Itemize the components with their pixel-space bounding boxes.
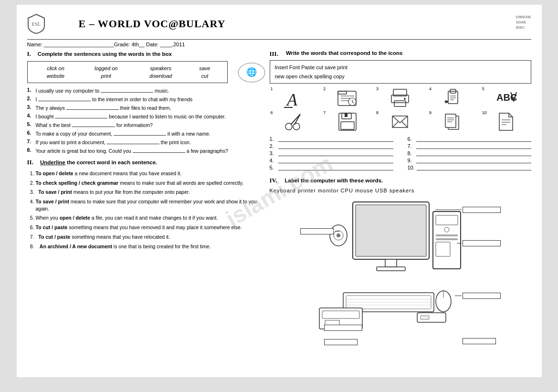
- icon-cell-8: 8: [375, 111, 425, 132]
- svg-point-25: [293, 123, 300, 130]
- svg-rect-30: [341, 122, 354, 129]
- section-iv-title: Label the computer with these words.: [285, 178, 383, 183]
- section-i-label: I.: [27, 50, 31, 58]
- printer-label-line: [324, 339, 358, 345]
- new-icon: [389, 111, 411, 132]
- list-item: 3. The y always their files to read them…: [27, 104, 261, 111]
- section-i: I. Complete the sentences using the word…: [27, 50, 261, 154]
- icon-cell-2: 2: [322, 87, 372, 108]
- icon-cell-5: 5 ABC: [481, 87, 531, 108]
- word-table: click on logged on speakers save website…: [32, 64, 222, 80]
- list-item: 6. To make a copy of your document, it w…: [27, 130, 261, 137]
- svg-rect-51: [436, 238, 458, 240]
- answer-row-8: 8.: [408, 150, 531, 156]
- computer-illustration: [315, 197, 467, 331]
- section-iv-label: IV.: [270, 177, 277, 184]
- list-item: 2. I to the internet in order to chat wi…: [27, 95, 261, 102]
- list-item: 7. If you want to print a document, the …: [27, 138, 261, 145]
- cpu-label-line: [457, 240, 501, 246]
- font-icon: A: [283, 87, 306, 108]
- icon-cell-7: 7: [322, 111, 372, 132]
- icon-cell-10: 10: [481, 111, 531, 132]
- list-item: 8. Your article is great but too long. C…: [27, 147, 261, 154]
- answer-row-5: 5.: [270, 165, 393, 170]
- document-icon: [495, 111, 517, 132]
- answer-row-7: 7.: [408, 143, 531, 149]
- usb-label-line: [463, 338, 496, 344]
- section-i-title: Complete the sentences using the words i…: [38, 51, 172, 57]
- answer-row-4: 4.: [270, 158, 393, 163]
- svg-line-33: [392, 122, 398, 127]
- list-item: To save / print means to put your file f…: [36, 189, 261, 196]
- speakers-label-line: [300, 228, 339, 234]
- scissors-icon: [283, 111, 306, 132]
- answer-row-10: 10.: [408, 165, 531, 170]
- section-ii: II. Underline the correct word in each s…: [27, 159, 261, 250]
- list-item: To cut / paste something means that you …: [36, 233, 261, 241]
- list-item: To cut / paste something means that you …: [36, 224, 261, 231]
- svg-text:A: A: [286, 90, 298, 108]
- answers-section: 1. 2. 3. 4. 5. 6. 7. 8. 9. 10.: [270, 136, 531, 172]
- svg-line-34: [402, 122, 408, 127]
- section-ii-label: II.: [27, 159, 33, 166]
- svg-rect-50: [436, 234, 458, 236]
- icon-words-row1: Insert Font Paste cut save print: [275, 63, 526, 72]
- answer-row-3: 3.: [270, 150, 393, 156]
- answer-row-6: 6.: [408, 136, 531, 142]
- label-words: Keyboard printer monitor CPU mouse USB s…: [270, 188, 531, 193]
- word-box: click on logged on speakers save website…: [27, 61, 228, 83]
- section-ii-title: Underline the correct word in each sente…: [40, 159, 157, 165]
- list-item: 1. I usually use my computer to music.: [27, 87, 261, 94]
- svg-rect-46: [377, 267, 405, 271]
- two-column-layout: I. Complete the sentences using the word…: [27, 50, 531, 369]
- save-icon: [336, 111, 359, 132]
- list-item: To save / print means to make sure that …: [36, 198, 261, 212]
- icon-cell-1: 1 A: [270, 87, 320, 108]
- icon-cell-6: 6: [270, 111, 320, 132]
- monitor-label-line: [435, 207, 501, 213]
- worksheet-page: islami.com ESL E – WORLD VOC@BULARY DIBI…: [17, 5, 542, 377]
- icon-cell-9: 9: [428, 111, 478, 132]
- icon-words-box: Insert Font Paste cut save print new ope…: [270, 60, 531, 84]
- icon-words-row2: new open check spelling copy: [275, 72, 526, 81]
- header: ESL E – WORLD VOC@BULARY DIBIENE SDAE IE…: [27, 13, 531, 34]
- right-column: III. Write the words that correspond to …: [270, 50, 531, 369]
- section-iii-title: Write the words that correspond to the i…: [286, 50, 403, 56]
- icon-cell-3: 3: [375, 87, 425, 108]
- list-item: When you open / delete a file, you can r…: [36, 214, 261, 222]
- list-item: 5. What´s the best for informatiom?: [27, 121, 261, 128]
- computer-area: [270, 197, 531, 350]
- icon-cell-4: 4: [428, 87, 478, 108]
- org-info: DIBIENE SDAE IEBC: [516, 14, 531, 31]
- icons-grid: 1 A 2: [270, 87, 531, 132]
- clipart-computer: 🌐: [232, 58, 271, 87]
- section-iii-label: III.: [270, 50, 278, 58]
- list-item: To open / delete a new document means th…: [36, 170, 261, 177]
- mouse-label-line: [455, 293, 501, 299]
- section-iii: III. Write the words that correspond to …: [270, 50, 531, 172]
- svg-point-16: [404, 98, 406, 100]
- svg-text:🌐: 🌐: [246, 67, 257, 77]
- svg-text:ESL: ESL: [32, 21, 41, 27]
- page-title: E – WORLD VOC@BULARY: [79, 18, 226, 30]
- answer-row-1: 1.: [270, 136, 393, 142]
- svg-rect-45: [385, 259, 397, 267]
- header-left: ESL E – WORLD VOC@BULARY: [27, 13, 226, 34]
- header-divider: [27, 39, 531, 40]
- svg-rect-31: [345, 113, 347, 117]
- name-line: Name: ________________________Grade: 4th…: [27, 42, 531, 47]
- spellcheck-icon: ABC: [495, 87, 517, 108]
- section-ii-list: To open / delete a new document means th…: [27, 170, 261, 250]
- copy-icon: [442, 111, 464, 132]
- svg-rect-36: [445, 114, 456, 127]
- sentences-list: 1. I usually use my computer to music. 2…: [27, 87, 261, 154]
- open-icon: [336, 87, 359, 108]
- svg-rect-15: [394, 101, 406, 106]
- print-icon: [389, 87, 411, 108]
- list-item: To check spelling / check grammar means …: [36, 180, 261, 187]
- logo-icon: ESL: [27, 13, 45, 34]
- svg-rect-6: [338, 91, 347, 94]
- keyboard-label-line: [324, 325, 362, 331]
- paste-icon: [442, 87, 464, 108]
- answer-row-9: 9.: [408, 158, 531, 163]
